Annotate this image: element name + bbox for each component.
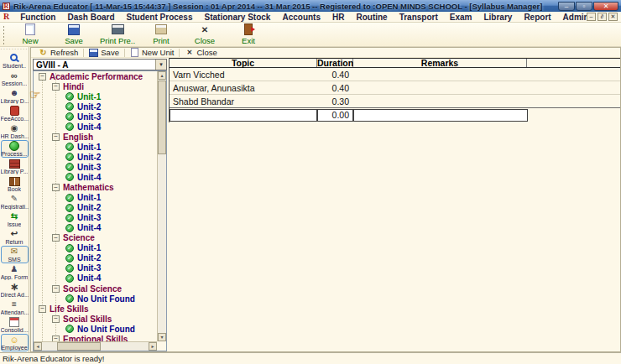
scroll-up-icon[interactable]: ▴ — [158, 71, 166, 80]
sidebar-item-session[interactable]: Session... — [1, 70, 29, 87]
sidebar-item-library-p[interactable]: Library P... — [1, 158, 29, 175]
duration-input[interactable]: 0.00 — [317, 109, 353, 122]
menu-item-student-process[interactable]: Student Process — [121, 13, 199, 22]
sidebar-item-registrati[interactable]: Registrati... — [1, 193, 29, 211]
collapse-toggle-icon[interactable] — [39, 305, 46, 313]
tree-unit-unit-4[interactable]: Unit-4 — [34, 172, 157, 182]
tree-unit-unit-3[interactable]: Unit-3 — [34, 213, 157, 223]
table-row[interactable]: Shabd Bhandar0.30 — [170, 95, 620, 108]
tree-unit-unit-4[interactable]: Unit-4 — [34, 122, 157, 132]
sidebar-item-return[interactable]: Return — [1, 228, 29, 246]
tree-section-hindi[interactable]: Hindi — [34, 81, 157, 91]
mdi-restore-button[interactable]: ∂ — [598, 13, 607, 21]
menu-item-library[interactable]: Library — [477, 13, 518, 22]
tree-section-emotional-skills[interactable]: Emotional Skills — [34, 334, 157, 341]
table-row[interactable]: Anuswar, Anunasikta0.40 — [170, 81, 620, 95]
syllabus-refresh-button[interactable]: Refresh — [34, 48, 82, 58]
toolbar-print-pre-button[interactable]: Print Pre.. — [96, 23, 139, 46]
tree-unit-unit-1[interactable]: Unit-1 — [34, 243, 157, 253]
sidebar-item-direct-ad[interactable]: Direct Ad... — [1, 281, 29, 299]
mdi-minimize-button[interactable]: – — [587, 13, 596, 21]
scrollbar-thumb[interactable] — [57, 342, 101, 351]
menu-item-dash-board[interactable]: Dash Board — [61, 13, 120, 22]
tree-unit-unit-3[interactable]: Unit-3 — [34, 263, 157, 273]
tree-unit-unit-2[interactable]: Unit-2 — [34, 253, 157, 263]
tree-section-mathematics[interactable]: Mathematics — [34, 183, 157, 193]
tree-vertical-scrollbar[interactable]: ▴ ▾ — [157, 71, 166, 341]
syllabus-close-button[interactable]: Close — [180, 48, 221, 58]
scrollbar-thumb[interactable] — [158, 81, 166, 154]
tree-horizontal-scrollbar[interactable]: ◂ ▸ — [34, 341, 157, 351]
scroll-right-icon[interactable]: ▸ — [149, 342, 157, 351]
minimize-button[interactable]: – — [558, 2, 575, 11]
syllabus-new-unit-button[interactable]: New Unit — [126, 48, 179, 58]
sidebar-item-student[interactable]: Student.. — [1, 52, 29, 70]
tree-unit-unit-3[interactable]: Unit-3 — [34, 112, 157, 122]
maximize-button[interactable]: ▫ — [576, 2, 592, 11]
sidebar-item-process[interactable]: Process... — [1, 140, 29, 158]
collapse-toggle-icon[interactable] — [39, 73, 46, 81]
duration-cell: 0.30 — [317, 96, 353, 107]
tree-unit-unit-2[interactable]: Unit-2 — [34, 152, 157, 162]
menu-item-hr[interactable]: HR — [326, 13, 350, 22]
syllabus-save-button[interactable]: Save — [85, 48, 123, 58]
menu-item-stationary-stock[interactable]: Stationary Stock — [199, 13, 277, 22]
menu-item-function[interactable]: Function — [14, 13, 61, 22]
close-button[interactable]: ✕ — [593, 2, 618, 11]
collapse-toggle-icon[interactable] — [52, 133, 60, 141]
toolbar-new-button[interactable]: New — [8, 23, 52, 46]
collapse-toggle-icon[interactable] — [52, 234, 60, 242]
tree-section-academic-performance[interactable]: Academic Performance — [34, 71, 157, 81]
sidebar-item-hr-dash[interactable]: HR Dash... — [1, 122, 29, 140]
tree-unit-unit-4[interactable]: Unit-4 — [34, 273, 157, 283]
menu-item-report[interactable]: Report — [518, 13, 556, 22]
menu-item-accounts[interactable]: Accounts — [276, 13, 326, 22]
menu-item-routine[interactable]: Routine — [350, 13, 393, 22]
toolbar-print-button[interactable]: Print — [139, 23, 183, 46]
refresh-icon — [39, 49, 48, 57]
tree-unit-unit-3[interactable]: Unit-3 — [34, 162, 157, 172]
toolbar-save-button[interactable]: Save — [52, 23, 96, 46]
class-selector[interactable]: GVIII - A ▾ — [33, 59, 167, 70]
tree-node-label: Hindi — [63, 82, 84, 91]
sidebar-item-book[interactable]: Book — [1, 175, 29, 193]
sidebar-item-consolid[interactable]: Consolid... — [1, 316, 29, 334]
collapse-toggle-icon[interactable] — [52, 315, 60, 323]
tree-unit-no-unit-found[interactable]: No Unit Found — [34, 324, 157, 334]
tree-unit-unit-4[interactable]: Unit-4 — [34, 223, 157, 233]
sidebar-item-employee[interactable]: Employee — [1, 334, 29, 351]
tree-unit-unit-2[interactable]: Unit-2 — [34, 203, 157, 213]
menu-item-exam[interactable]: Exam — [444, 13, 478, 22]
sidebar-item-library-d[interactable]: Library D... — [1, 87, 29, 105]
chevron-down-icon[interactable]: ▾ — [155, 60, 166, 70]
collapse-toggle-icon[interactable] — [52, 335, 60, 341]
collapse-toggle-icon[interactable] — [52, 83, 60, 91]
menu-item-transport[interactable]: Transport — [394, 13, 444, 22]
tree-unit-unit-1[interactable]: Unit-1 — [34, 193, 157, 203]
sidebar-item-app-form[interactable]: App. Form — [1, 263, 29, 281]
toolbar-close-button[interactable]: Close — [183, 23, 227, 46]
table-row[interactable]: Varn Vicched0.40 — [170, 68, 620, 81]
tree-unit-unit-1[interactable]: Unit-1 — [34, 142, 157, 152]
tree-section-life-skills[interactable]: Life Skills — [34, 304, 157, 314]
tree-section-english[interactable]: English — [34, 132, 157, 142]
tree-section-social-skills[interactable]: Social Skills — [34, 314, 157, 324]
tree-section-social-science[interactable]: Social Science — [34, 283, 157, 294]
sidebar-item-issue[interactable]: Issue — [1, 211, 29, 228]
tree-section-science[interactable]: Science — [34, 233, 157, 243]
tree-unit-unit-1[interactable]: Unit-1 — [34, 91, 157, 101]
collapse-toggle-icon[interactable] — [52, 184, 60, 191]
scroll-down-icon[interactable]: ▾ — [158, 333, 166, 341]
sidebar-item-sms[interactable]: SMS — [1, 246, 29, 263]
collapse-toggle-icon[interactable] — [52, 285, 60, 293]
topic-input[interactable] — [170, 109, 317, 122]
remarks-input[interactable] — [353, 109, 528, 122]
tree-unit-no-unit-found[interactable]: No Unit Found — [34, 294, 157, 304]
sidebar-item-feeacco[interactable]: FeeAcco... — [1, 105, 29, 122]
menu-item-admin[interactable]: Admin — [557, 13, 587, 22]
sidebar-item-attendan[interactable]: Attendan... — [1, 299, 29, 316]
toolbar-exit-button[interactable]: Exit — [227, 23, 270, 46]
scroll-left-icon[interactable]: ◂ — [34, 342, 42, 351]
mdi-close-button[interactable]: ✕ — [608, 13, 618, 21]
tree-unit-unit-2[interactable]: Unit-2 — [34, 101, 157, 112]
